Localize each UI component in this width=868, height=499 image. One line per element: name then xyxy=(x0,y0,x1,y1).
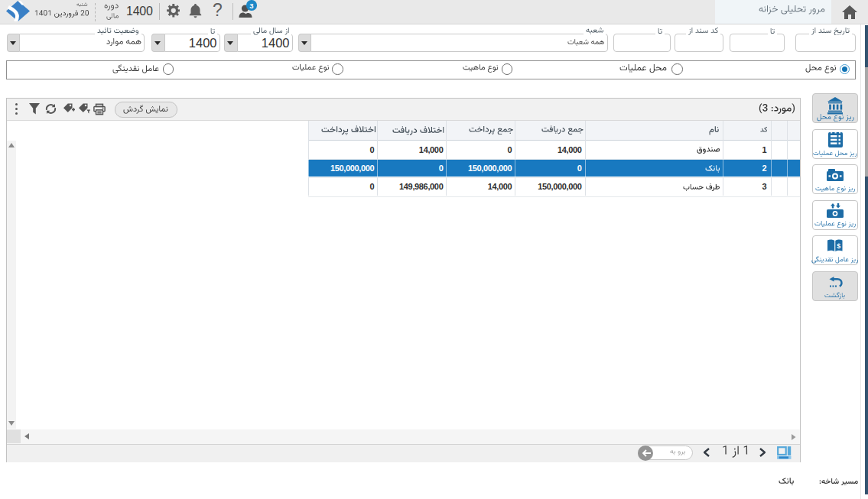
svg-text:$: $ xyxy=(837,242,840,250)
